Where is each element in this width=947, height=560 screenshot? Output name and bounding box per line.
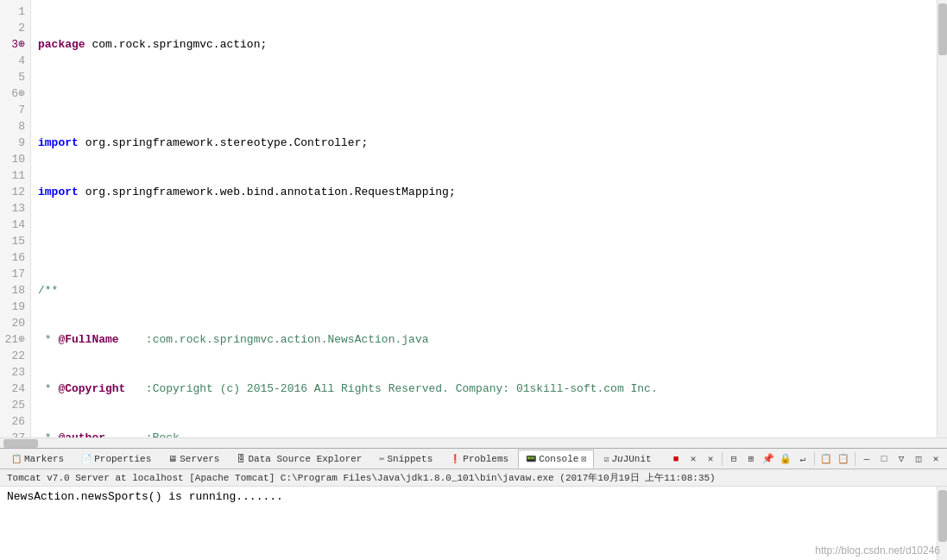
snippets-icon: ✂ xyxy=(379,454,384,464)
code-line-8: * @Copyright :Copyright (c) 2015-2016 Al… xyxy=(38,381,930,397)
code-line-2 xyxy=(38,85,930,102)
clear-button[interactable]: ⊟ xyxy=(726,451,742,467)
console-toolbar: ■ ✕ ✕ ⊟ ⊞ 📌 🔒 ↵ 📋 📋 — □ ▽ ◫ ✕ xyxy=(668,451,944,467)
watermark: http://blog.csdn.net/d10246 xyxy=(815,544,940,557)
tab-markers-label: Markers xyxy=(24,454,64,464)
code-line-5 xyxy=(38,233,930,249)
tab-problems[interactable]: ❗ Problems xyxy=(442,450,516,469)
console-scrollbar-thumb[interactable] xyxy=(938,490,947,542)
code-line-9: * @author :Rock xyxy=(38,430,930,437)
problems-icon: ❗ xyxy=(450,454,460,464)
code-content[interactable]: package com.rock.springmvc.action; impor… xyxy=(31,0,937,437)
code-line-1: package com.rock.springmvc.action; xyxy=(38,36,930,53)
toolbar-separator-1 xyxy=(722,452,723,466)
restore-button[interactable]: ◫ xyxy=(911,451,926,467)
code-line-7: * @FullName :com.rock.springmvc.action.N… xyxy=(38,331,930,348)
code-editor[interactable]: 1 2 3⊕ 4 5 6⊕ 7 8 9 10 11 12 13 14 15 16… xyxy=(0,0,947,437)
tab-console[interactable]: 📟 Console ⊠ xyxy=(518,450,594,469)
junit-icon: ☑ xyxy=(603,454,609,464)
tab-datasource-label: Data Source Explorer xyxy=(248,454,362,464)
tab-properties[interactable]: 📄 Properties xyxy=(73,450,159,469)
tab-snippets-label: Snippets xyxy=(388,454,433,464)
vertical-scrollbar[interactable] xyxy=(937,0,947,437)
horizontal-scrollbar[interactable] xyxy=(0,437,947,448)
line-numbers: 1 2 3⊕ 4 5 6⊕ 7 8 9 10 11 12 13 14 15 16… xyxy=(0,0,31,437)
word-wrap-button[interactable]: ↵ xyxy=(795,451,811,467)
close2-button[interactable]: ✕ xyxy=(703,451,718,467)
console-header: Tomcat v7.0 Server at localhost [Apache … xyxy=(0,469,947,487)
display-button[interactable]: 📋 xyxy=(836,451,851,467)
tab-junit[interactable]: ☑ Ju JUnit xyxy=(596,450,659,469)
maximize-button[interactable]: □ xyxy=(876,451,892,467)
tab-console-label: Console xyxy=(539,454,578,464)
console-link-icon: ⊠ xyxy=(581,454,586,464)
view-menu-button[interactable]: ▽ xyxy=(893,451,909,467)
code-line-6: /** xyxy=(38,282,930,299)
detach-button[interactable]: ✕ xyxy=(928,451,944,467)
properties-icon: 📄 xyxy=(81,454,92,464)
console-output[interactable]: NewsAction.newsSports() is running......… xyxy=(0,487,937,560)
minimize-button[interactable]: — xyxy=(859,451,874,467)
scrollbar-thumb[interactable] xyxy=(938,3,947,55)
console-icon: 📟 xyxy=(526,454,536,464)
tab-junit-label: Ju xyxy=(611,454,622,464)
code-line-3: import org.springframework.stereotype.Co… xyxy=(38,135,930,151)
new-console-button[interactable]: 📋 xyxy=(818,451,834,467)
tab-markers[interactable]: 📋 Markers xyxy=(3,450,72,469)
tab-junit-label2: JUnit xyxy=(623,454,652,464)
scroll-lock-button[interactable]: 🔒 xyxy=(778,451,793,467)
tab-servers-label: Servers xyxy=(180,454,219,464)
servers-icon: 🖥 xyxy=(168,454,177,464)
close-button[interactable]: ✕ xyxy=(685,451,701,467)
tab-datasource[interactable]: 🗄 Data Source Explorer xyxy=(229,450,369,469)
console-tab-bar: 📋 Markers 📄 Properties 🖥 Servers 🗄 Data … xyxy=(0,449,947,469)
code-line-4: import org.springframework.web.bind.anno… xyxy=(38,184,930,200)
tab-servers[interactable]: 🖥 Servers xyxy=(161,450,227,469)
bottom-panel: 📋 Markers 📄 Properties 🖥 Servers 🗄 Data … xyxy=(0,448,947,560)
toolbar-separator-3 xyxy=(855,452,855,466)
toolbar-separator-2 xyxy=(814,452,815,466)
tab-properties-label: Properties xyxy=(94,454,151,464)
h-scrollbar-thumb[interactable] xyxy=(3,439,38,448)
datasource-icon: 🗄 xyxy=(237,454,245,464)
markers-icon: 📋 xyxy=(11,454,22,464)
copy-button[interactable]: ⊞ xyxy=(743,451,759,467)
tab-snippets[interactable]: ✂ Snippets xyxy=(371,450,440,469)
pin-button[interactable]: 📌 xyxy=(761,451,776,467)
tab-problems-label: Problems xyxy=(463,454,508,464)
stop-button[interactable]: ■ xyxy=(668,451,684,467)
